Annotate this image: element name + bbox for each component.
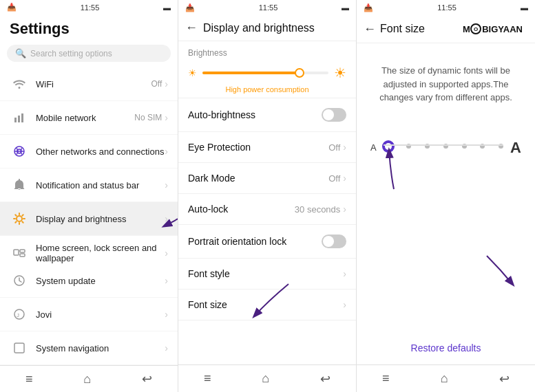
search-icon: 🔍 — [15, 48, 26, 58]
other-networks-arrow: › — [165, 146, 168, 157]
svg-line-13 — [15, 221, 16, 222]
slider-track — [384, 144, 503, 146]
font-size-item[interactable]: Font size › — [178, 290, 356, 320]
sidebar-item-display[interactable]: Display and brightness › — [0, 202, 178, 236]
logo-text-bigyaan: BIGYAAN — [482, 24, 523, 34]
svg-rect-0 — [14, 118, 17, 122]
font-style-item[interactable]: Font style › — [178, 259, 356, 290]
portrait-lock-toggle[interactable] — [322, 235, 346, 248]
system-update-label: System update — [36, 276, 165, 286]
battery-icon-middle: ▬ — [342, 3, 349, 12]
battery-middle: ▬ — [342, 3, 349, 12]
font-size-panel: 📥 11:55 ▬ ← Font size M O BIGYAAN The si… — [357, 0, 535, 392]
auto-lock-label: Auto-lock — [188, 204, 295, 215]
font-style-arrow: › — [343, 268, 346, 279]
svg-rect-16 — [20, 250, 25, 252]
wifi-label: WiFi — [36, 79, 151, 89]
settings-panel: 📥 11:55 ▬ Settings 🔍 Search setting opti… — [0, 0, 178, 392]
auto-lock-item[interactable]: Auto-lock 30 seconds › — [178, 194, 356, 225]
sun-icon-small: ☀ — [188, 67, 197, 78]
logo-text-m: M — [463, 24, 470, 34]
system-update-icon — [10, 271, 29, 290]
brightness-bar[interactable] — [202, 72, 328, 74]
nav-back-middle[interactable]: ↩ — [320, 371, 331, 386]
brightness-thumb[interactable] — [295, 68, 304, 78]
nav-bar-left: ≡ ⌂ ↩ — [0, 365, 178, 392]
sidebar-item-notification[interactable]: Notification and status bar › — [0, 168, 178, 202]
sidebar-item-other-networks[interactable]: Other networks and connections › — [0, 135, 178, 168]
other-networks-label: Other networks and connections — [36, 146, 165, 157]
eye-protection-value: Off — [328, 142, 340, 153]
sidebar-item-system-nav[interactable]: System navigation › — [0, 331, 178, 365]
search-placeholder: Search setting options — [30, 49, 112, 58]
svg-rect-1 — [18, 116, 20, 122]
toggle-thumb-portrait — [323, 236, 334, 247]
home-screen-arrow: › — [165, 248, 168, 259]
sidebar-item-wifi[interactable]: WiFi Off › — [0, 67, 178, 101]
jovi-icon: J — [10, 305, 29, 324]
slider-container[interactable] — [384, 144, 503, 151]
nav-back-right[interactable]: ↩ — [499, 371, 510, 386]
sidebar-item-home-screen[interactable]: Home screen, lock screen and wallpaper › — [0, 236, 178, 264]
font-slider-area: A A — [357, 125, 535, 171]
notification-label: Notification and status bar — [36, 180, 165, 190]
portrait-lock-label: Portrait orientation lock — [188, 236, 322, 247]
sidebar-item-jovi[interactable]: J Jovi › — [0, 298, 178, 331]
nav-menu-middle[interactable]: ≡ — [204, 371, 211, 386]
high-power-text: High power consumption — [178, 85, 356, 98]
svg-line-11 — [15, 215, 16, 215]
nav-menu-right[interactable]: ≡ — [382, 371, 390, 386]
eye-protection-item[interactable]: Eye Protection Off › — [178, 132, 356, 163]
nav-bar-right: ≡ ⌂ ↩ — [357, 364, 535, 392]
settings-list: WiFi Off › Mobile network No SIM › Other… — [0, 67, 178, 264]
jovi-arrow: › — [165, 309, 168, 320]
status-bar-middle: 📥 11:55 ▬ — [178, 0, 356, 15]
restore-defaults-button[interactable]: Restore defaults — [357, 331, 535, 364]
nav-home-left[interactable]: ⌂ — [83, 372, 91, 386]
auto-lock-value: 30 seconds — [295, 204, 341, 215]
portrait-lock-item[interactable]: Portrait orientation lock — [178, 225, 356, 259]
auto-brightness-toggle[interactable] — [322, 108, 346, 122]
display-title: Display and brightness — [203, 22, 315, 34]
status-icons-right: 📥 — [364, 3, 373, 12]
svg-line-14 — [22, 215, 23, 215]
system-nav-icon — [10, 338, 29, 358]
svg-line-12 — [22, 221, 23, 222]
auto-brightness-item[interactable]: Auto-brightness — [178, 98, 356, 132]
battery-icon-left: ▬ — [163, 3, 171, 12]
sidebar-item-system-update[interactable]: System update › — [0, 264, 178, 298]
display-header: ← Display and brightness — [178, 15, 356, 41]
nav-home-right[interactable]: ⌂ — [441, 371, 448, 386]
font-description: The size of dynamic fonts will be adjust… — [357, 43, 535, 111]
time-middle: 11:55 — [259, 3, 278, 12]
time-right: 11:55 — [437, 3, 457, 12]
slider-dot-active[interactable] — [384, 142, 393, 151]
nav-menu-left[interactable]: ≡ — [25, 372, 33, 386]
back-button-display[interactable]: ← — [185, 21, 198, 35]
battery-icon-right: ▬ — [521, 3, 528, 12]
logo-circle-o: O — [470, 23, 481, 34]
dark-mode-item[interactable]: Dark Mode Off › — [178, 163, 356, 194]
dark-mode-label: Dark Mode — [188, 173, 328, 184]
mobigyaan-logo: M O BIGYAAN — [457, 21, 528, 37]
sim-icon-middle: 📥 — [185, 3, 195, 12]
back-button-font[interactable]: ← — [364, 22, 376, 36]
auto-lock-arrow: › — [343, 204, 346, 215]
font-style-label: Font style — [188, 268, 343, 279]
sun-icon-large: ☀ — [334, 65, 346, 81]
sim-icon: 📥 — [7, 3, 17, 12]
nav-back-left[interactable]: ↩ — [142, 371, 152, 386]
other-networks-icon — [10, 142, 29, 161]
search-bar[interactable]: 🔍 Search setting options — [7, 45, 171, 62]
battery-left: ▬ — [163, 3, 171, 12]
status-bar-left: 📥 11:55 ▬ — [0, 0, 178, 14]
toggle-thumb-auto — [323, 109, 334, 120]
home-screen-label: Home screen, lock screen and wallpaper — [36, 243, 165, 263]
svg-rect-15 — [14, 250, 19, 255]
nav-home-middle[interactable]: ⌂ — [262, 371, 269, 386]
logo-o-inner: O — [474, 26, 478, 32]
font-size-header: ← Font size M O BIGYAAN — [357, 15, 535, 43]
eye-protection-arrow: › — [343, 142, 346, 153]
sidebar-item-mobile-network[interactable]: Mobile network No SIM › — [0, 101, 178, 135]
brightness-fill — [202, 72, 297, 74]
